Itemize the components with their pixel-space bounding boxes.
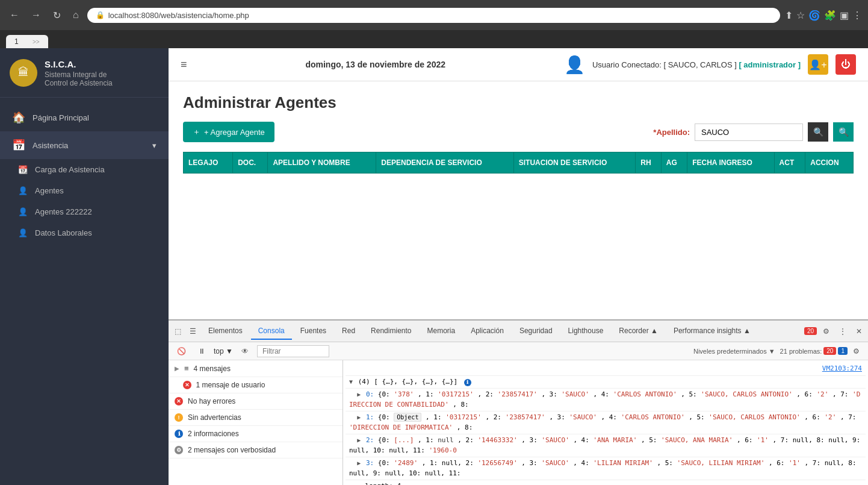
console-line-3: ▶ 3: {0: '2489' , 1: null, 2: '12656749'…: [346, 457, 866, 480]
left-item-4-messages[interactable]: ▶ ≡ 4 mensajes: [169, 360, 343, 377]
devtools-icon1[interactable]: ⬚: [171, 325, 185, 338]
sidebar-item-agentes[interactable]: 👤 Agentes: [0, 180, 169, 201]
page-title: Administrar Agentes: [183, 93, 854, 112]
app-title: S.I.C.A.: [45, 58, 113, 70]
item1-expand[interactable]: ▶: [357, 414, 361, 421]
tab-lighthouse[interactable]: Lighthouse: [561, 323, 611, 340]
user-message-label: 1 mensaje de usuario: [196, 381, 265, 389]
messages-label: 4 mensajes: [194, 365, 231, 373]
search-area: *Apellido: 🔍 🔍: [653, 122, 854, 142]
advanced-search-button[interactable]: 🔍: [833, 122, 854, 142]
problems-info-badge: 1: [838, 347, 848, 355]
calendar-icon: 📅: [12, 139, 25, 152]
tab-memoria[interactable]: Memoria: [420, 323, 462, 340]
logout-button[interactable]: ⏻: [835, 54, 856, 75]
sidebar-datos-label: Datos Laborales: [35, 228, 92, 237]
back-button[interactable]: ←: [6, 7, 23, 23]
filter-input[interactable]: [257, 345, 329, 357]
col-act: ACT: [774, 152, 805, 174]
browser-tab[interactable]: 1 >>: [6, 35, 48, 48]
object-badge: Object: [394, 413, 421, 422]
extension-button[interactable]: 🌀: [808, 10, 820, 21]
tab-aplicacion[interactable]: Aplicación: [463, 323, 511, 340]
console-line-1: ▶ 1: {0: Object , 1: '0317215' , 2: '238…: [346, 411, 866, 434]
console-line-0: ▶ 0: {0: '378' , 1: '0317215' , 2: '2385…: [346, 389, 866, 411]
sidebar-home-label: Página Principal: [33, 113, 89, 122]
eye-icon[interactable]: 👁: [238, 346, 252, 357]
console-line-array: ▼ (4) [ {…}, {…}, {…}, {…}] ℹ: [346, 376, 866, 389]
agent2-icon: 👤: [18, 207, 28, 216]
verbose-icon: ⚙: [175, 446, 183, 454]
left-item-no-warnings[interactable]: ! Sin advertencias: [169, 410, 343, 426]
expand-tri-icon[interactable]: ▼: [349, 378, 353, 385]
devtools-icon2[interactable]: ☰: [186, 325, 200, 338]
problems-error-badge: 20: [823, 347, 836, 355]
left-item-verbose[interactable]: ⚙ 2 mensajes con verbosidad: [169, 442, 343, 458]
col-ag: AG: [661, 152, 687, 174]
console-line-2: ▶ 2: {0: [...] , 1: null , 2: '14463332'…: [346, 434, 866, 457]
add-agent-button[interactable]: ＋ + Agregar Agente: [183, 122, 274, 142]
browser-actions: ⬆ ☆ 🌀 🧩 ▣ ⋮: [785, 10, 862, 21]
reload-button[interactable]: ↻: [49, 7, 64, 23]
sidebar-item-agentes222[interactable]: 👤 Agentes 222222: [0, 201, 169, 222]
tab-rendimiento[interactable]: Rendimiento: [364, 323, 418, 340]
tab-seguridad[interactable]: Seguridad: [512, 323, 560, 340]
left-item-no-errors[interactable]: ✕ No hay errores: [169, 393, 343, 410]
error-icon: ✕: [183, 381, 191, 389]
puzzle-button[interactable]: 🧩: [824, 10, 836, 21]
item0-expand[interactable]: ▶: [357, 391, 361, 398]
sidebar-logo: 🏛 S.I.C.A. Sistema Integral de Control d…: [0, 48, 169, 98]
list-icon: ≡: [184, 364, 189, 373]
tab-elementos[interactable]: Elementos: [201, 323, 250, 340]
error-count-badge: 20: [804, 327, 817, 335]
item2-expand[interactable]: ▶: [357, 437, 361, 443]
forward-button[interactable]: →: [28, 7, 45, 23]
left-item-info[interactable]: ℹ 2 informaciones: [169, 426, 343, 442]
home-button[interactable]: ⌂: [69, 7, 82, 23]
window-button[interactable]: ▣: [840, 10, 849, 21]
chevron-down-icon: ▾: [152, 141, 157, 150]
problems-settings-icon[interactable]: ⚙: [849, 345, 863, 358]
sidebar-section-asistencia[interactable]: 📅 Asistencia ▾: [0, 131, 169, 159]
indent-spacer: [175, 382, 178, 389]
left-item-user-message[interactable]: ✕ 1 mensaje de usuario: [169, 377, 343, 393]
user-name: [ SAUCO, CARLOS ]: [663, 60, 736, 69]
bookmark-button[interactable]: ☆: [796, 10, 805, 21]
expand-arrow-icon: ▶: [175, 365, 179, 372]
devtools-body: ▶ ≡ 4 mensajes ✕ 1 mensaje de usuario ✕ …: [169, 360, 868, 485]
levels-dropdown[interactable]: Niveles predeterminados ▼: [693, 348, 775, 355]
sidebar-carga-label: Carga de Asistencia: [35, 165, 105, 174]
col-doc: DOC.: [233, 152, 268, 174]
col-accion: ACCION: [805, 152, 854, 174]
home-icon: 🏠: [12, 111, 25, 124]
console-pause-button[interactable]: ⏸: [194, 346, 209, 357]
add-user-button[interactable]: 👤+: [808, 54, 828, 75]
data-icon: 👤: [18, 228, 28, 237]
no-warnings-label: Sin advertencias: [188, 413, 241, 422]
vm-link[interactable]: VM2103:274: [822, 365, 862, 372]
menu-icon[interactable]: ≡: [181, 58, 187, 71]
toolbar: ＋ + Agregar Agente *Apellido: 🔍 🔍: [183, 122, 854, 142]
sidebar-item-carga[interactable]: 📆 Carga de Asistencia: [0, 159, 169, 180]
sidebar-item-datos[interactable]: 👤 Datos Laborales: [0, 222, 169, 243]
tab-fuentes[interactable]: Fuentes: [293, 323, 333, 340]
clear-console-button[interactable]: 🚫: [173, 346, 190, 357]
search-button[interactable]: 🔍: [808, 122, 828, 142]
sidebar-item-home[interactable]: 🏠 Página Principal: [0, 104, 169, 131]
item3-expand[interactable]: ▶: [357, 460, 361, 466]
info-badge: ℹ: [464, 379, 471, 386]
search-input[interactable]: [695, 124, 803, 141]
tab-recorder[interactable]: Recorder ▲: [612, 323, 665, 340]
more-icon[interactable]: ⋮: [835, 325, 850, 338]
close-devtools-button[interactable]: ✕: [852, 325, 866, 338]
menu-button[interactable]: ⋮: [852, 10, 862, 21]
address-bar[interactable]: 🔒 localhost:8080/web/asistencia/home.php: [87, 8, 780, 23]
plus-icon: ＋: [193, 127, 200, 137]
settings-icon[interactable]: ⚙: [819, 325, 833, 338]
share-button[interactable]: ⬆: [785, 10, 793, 21]
tab-performance-insights[interactable]: Performance insights ▲: [666, 323, 758, 340]
header-date: domingo, 13 de noviembre de 2022: [305, 60, 445, 69]
tab-red[interactable]: Red: [335, 323, 362, 340]
devtools-right-panel: VM2103:274 ▼ (4) [ {…}, {…}, {…}, {…}] ℹ…: [343, 360, 868, 485]
tab-consola[interactable]: Consola: [251, 323, 292, 340]
